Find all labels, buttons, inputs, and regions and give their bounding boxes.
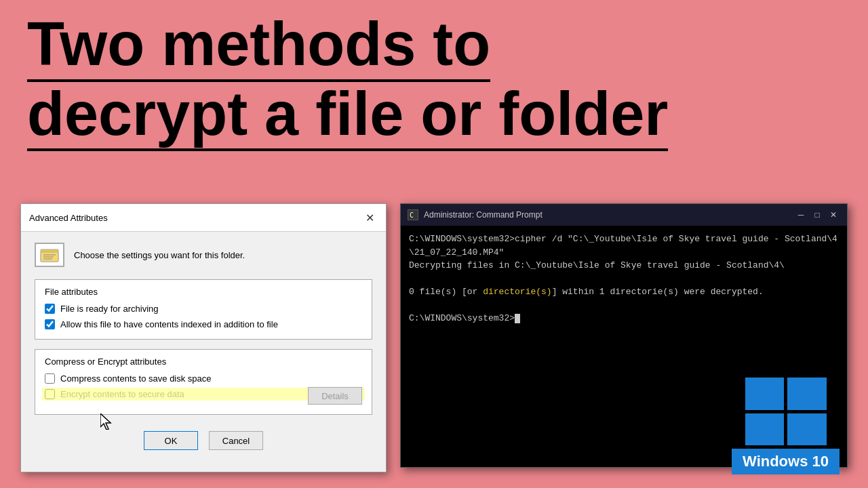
index-checkbox[interactable] — [45, 319, 55, 329]
cmd-cursor — [515, 314, 520, 323]
cmd-highlight-word: directorie(s) — [483, 287, 551, 297]
dialog-body: Choose the settings you want for this fo… — [21, 232, 386, 472]
cmd-title-text: Administrator: Command Prompt — [424, 210, 542, 220]
cmd-close-button[interactable]: ✕ — [827, 209, 840, 220]
compress-encrypt-section: Compress or Encrypt attributes Compress … — [35, 349, 372, 415]
archive-label: File is ready for archiving — [60, 304, 159, 314]
command-prompt-window: C Administrator: Command Prompt ─ □ ✕ C:… — [400, 203, 848, 468]
dialog-description: Choose the settings you want for this fo… — [74, 250, 245, 260]
panels-container: Advanced Attributes ✕ Choose the setting… — [0, 203, 868, 488]
index-label: Allow this file to have contents indexed… — [60, 319, 278, 329]
index-checkbox-row: Allow this file to have contents indexed… — [45, 319, 362, 329]
cmd-line-1: C:\WINDOWS\system32>cipher /d "C:\_Youtu… — [409, 232, 839, 259]
cmd-minimize-button[interactable]: ─ — [794, 209, 808, 220]
cmd-controls: ─ □ ✕ — [794, 209, 840, 220]
win-pane-3 — [745, 413, 785, 446]
archive-checkbox[interactable] — [45, 304, 55, 314]
cmd-maximize-button[interactable]: □ — [810, 209, 824, 220]
cmd-window-icon: C — [408, 209, 418, 220]
dialog-header-row: Choose the settings you want for this fo… — [35, 243, 372, 267]
win-pane-1 — [745, 378, 785, 410]
cancel-button[interactable]: Cancel — [209, 431, 263, 450]
title-line2: decrypt a file or folder — [27, 82, 668, 152]
windows-logo-grid — [745, 378, 827, 445]
title-line1: Two methods to — [27, 12, 490, 82]
dialog-titlebar: Advanced Attributes ✕ — [21, 204, 386, 232]
compress-checkbox-row: Compress contents to save disk space — [45, 373, 362, 384]
windows-label: Windows 10 — [743, 453, 829, 470]
archive-checkbox-row: File is ready for archiving — [45, 304, 362, 314]
cmd-line-4: 0 file(s) [or directorie(s)] within 1 di… — [409, 285, 839, 299]
file-attributes-section: File attributes File is ready for archiv… — [35, 279, 372, 340]
compress-label: Compress contents to save disk space — [60, 373, 212, 384]
cmd-line-5 — [409, 299, 839, 312]
compress-checkbox[interactable] — [45, 373, 55, 384]
win-pane-4 — [787, 413, 827, 446]
windows-logo-area: Windows 10 — [732, 378, 840, 474]
encrypt-checkbox[interactable] — [45, 389, 55, 399]
windows-label-box: Windows 10 — [732, 449, 840, 474]
details-button[interactable]: Details — [308, 387, 362, 405]
folder-settings-icon — [35, 243, 64, 267]
dialog-buttons: OK Cancel — [35, 424, 372, 461]
cmd-line-2: Decrypting files in C:\_Youtube\Isle of … — [409, 259, 839, 272]
dialog-title: Advanced Attributes — [29, 213, 108, 223]
compress-section-label: Compress or Encrypt attributes — [45, 357, 362, 367]
encrypt-label: Encrypt contents to secure data — [60, 389, 184, 399]
svg-text:C: C — [410, 211, 414, 219]
cmd-titlebar: C Administrator: Command Prompt ─ □ ✕ — [401, 204, 847, 226]
cmd-prompt-line: C:\WINDOWS\system32> — [409, 312, 839, 325]
cmd-line-3 — [409, 272, 839, 286]
advanced-attributes-dialog: Advanced Attributes ✕ Choose the setting… — [20, 203, 387, 472]
ok-button[interactable]: OK — [144, 431, 198, 450]
cmd-title-left: C Administrator: Command Prompt — [408, 209, 542, 220]
win-pane-2 — [787, 378, 827, 410]
title-area: Two methods to decrypt a file or folder — [0, 0, 868, 151]
dialog-close-button[interactable]: ✕ — [361, 209, 378, 226]
file-attributes-label: File attributes — [45, 287, 362, 297]
